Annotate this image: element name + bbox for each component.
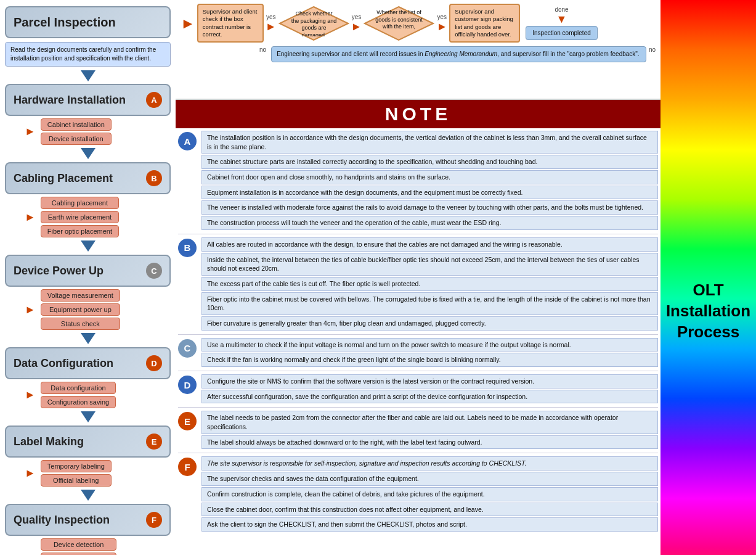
flow-yes2-col: yes ► [351,14,362,33]
data-config-box: Data Configuration D [5,347,171,379]
flow-yes1-label: yes [266,14,276,20]
note-group-d: D Configure the site or NMS to confirm t… [178,374,658,408]
flow-diamond1: Check whether the packaging and goods ar… [278,6,349,41]
official-label-btn[interactable]: Official labeling [41,474,112,487]
diamond1-text: Check whether the packaging and goods ar… [291,10,337,36]
quality-substeps: ► Device detection Data Inspection Site … [25,538,171,555]
note-e-2: The label should always be attached down… [201,435,658,450]
quality-circle: F [146,512,162,528]
data-config-btn[interactable]: Data configuration [41,382,116,394]
dataconfig-arrow: ► [25,382,36,408]
powerup-buttons: Voltage measurement Equipment power up S… [41,289,120,330]
quality-buttons: Device detection Data Inspection Site cl… [41,538,117,555]
flow-yes3-label: yes [437,14,447,20]
down-arrow-4 [81,333,96,344]
hardware-arrow-1: ► [25,118,36,145]
device-installation-btn[interactable]: Device installation [41,133,112,145]
flow-yes3-col: yes ► [436,14,447,33]
note-f-4: Close the cabinet door, confirm that thi… [201,503,658,517]
notes-section: A The installation position is in accord… [176,128,660,555]
hardware-title: Hardware Installation [14,94,126,107]
flow-row-2: no Engineering supervisor and client wil… [181,46,656,62]
arrow-3 [0,239,176,253]
note-a-3: Cabinet front door open and close smooth… [201,170,658,184]
note-letter-f: F [178,458,197,476]
device-detection-btn[interactable]: Device detection [41,538,117,551]
down-arrow-2 [81,148,96,159]
note-items-d: Configure the site or NMS to confirm tha… [201,374,658,405]
arrow-6 [0,488,176,503]
note-c-2: Check if the fan is working normally and… [201,353,658,367]
page-container: Parcel Inspection Read the design docume… [0,0,756,555]
note-b-2: Inside the cabinet, the interval between… [201,253,658,276]
note-d-2: After successful configuration, save the… [201,390,658,404]
note-group-a: A The installation position is in accord… [178,131,658,234]
note-items-b: All cables are routed in accordance with… [201,237,658,332]
memo-box: Engineering supervisor and client will r… [271,46,646,62]
note-group-f: F The site supervisor is responsible for… [178,456,658,535]
device-powerup-title: Device Power Up [14,265,104,278]
powerup-arrow: ► [25,289,36,330]
parcel-desc-box: Read the design documents carefully and … [5,42,171,67]
down-arrow-1 [81,70,96,81]
flow-done-label: done [555,6,568,13]
sidebar-title: OLTInstallationProcess [660,274,756,348]
quality-inspection-box: Quality Inspection F [5,504,171,536]
center-column: ► Supervisor and client check if the box… [176,0,660,555]
arrow-5 [0,409,176,424]
label-substeps: ► Temporary labeling Official labeling [25,460,171,487]
equip-powerup-btn[interactable]: Equipment power up [41,303,120,316]
config-saving-btn[interactable]: Configuration saving [41,396,116,408]
flow-no1: no [259,46,266,53]
cabling-title: Cabling Placement [14,172,113,185]
flow-box2: Supervisor and customer sign packing lis… [449,4,520,43]
quality-arrow: ► [25,538,36,555]
cabling-substeps: ► Cabling placement Earth wire placement… [25,197,171,237]
note-a-1: The installation position is in accordan… [201,131,658,154]
note-items-c: Use a multimeter to check if the input v… [201,338,658,368]
note-a-4: Equipment installation is in accordance … [201,186,658,200]
flow-no2-col: no [649,46,656,53]
arrow-after-parcel [0,69,176,83]
flow-arrow-4: ► [436,20,447,33]
label-making-box: Label Making E [5,426,171,458]
fiber-optic-btn[interactable]: Fiber optic placement [41,225,119,237]
note-title: NOTE [176,100,660,128]
note-e-1: The label needs to be pasted 2cm from th… [201,411,658,434]
data-inspection-btn[interactable]: Data Inspection [41,553,117,555]
note-a-6: The construction process will touch the … [201,216,658,230]
earth-wire-btn[interactable]: Earth wire placement [41,211,119,223]
flow-yes1-col: yes ► [266,14,277,33]
hardware-buttons: Cabinet installation Device installation [41,118,112,145]
flow-diamond2: Whether the list of goods is consistent … [364,6,434,41]
down-arrow-5 [81,411,96,422]
flow-done-col: done ▼ Inspection completed [526,6,598,40]
note-d-1: Configure the site or NMS to confirm tha… [201,374,658,388]
note-c-1: Use a multimeter to check if the input v… [201,338,658,352]
note-f-2: The supervisor checks and saves the data… [201,472,658,486]
diamond2-text: Whether the list of goods is consistent … [375,9,423,31]
note-b-4: Fiber optic into the cabinet must be cov… [201,292,658,315]
parcel-inspection-box: Parcel Inspection [5,6,171,38]
note-f-5: Ask the client to sign the CHECKLIST, an… [201,517,658,532]
cabling-buttons: Cabling placement Earth wire placement F… [41,197,119,237]
note-letter-e: E [178,412,197,430]
note-b-5: Fiber curvature is generally greater tha… [201,316,658,331]
voltage-btn[interactable]: Voltage measurement [41,289,120,302]
cabinet-installation-btn[interactable]: Cabinet installation [41,118,112,131]
cabling-placement-btn[interactable]: Cabling placement [41,197,119,209]
note-letter-c: C [178,339,197,358]
status-check-btn[interactable]: Status check [41,318,120,330]
note-group-e: E The label needs to be pasted 2cm from … [178,411,658,453]
note-a-5: The veneer is installed with moderate fo… [201,200,658,215]
flow-row-1: ► Supervisor and client check if the box… [181,4,656,43]
flow-arrow-5: ▼ [556,13,567,26]
note-group-c: C Use a multimeter to check if the input… [178,338,658,371]
flow-yes2-label: yes [352,14,362,20]
hardware-substeps: ► Cabinet installation Device installati… [25,118,171,145]
inspection-done-box: Inspection completed [526,26,598,40]
flow-box1: Supervisor and client check if the box c… [197,4,264,43]
parcel-inspection-title: Parcel Inspection [14,15,116,30]
temp-label-btn[interactable]: Temporary labeling [41,460,112,472]
note-items-a: The installation position is in accordan… [201,131,658,231]
